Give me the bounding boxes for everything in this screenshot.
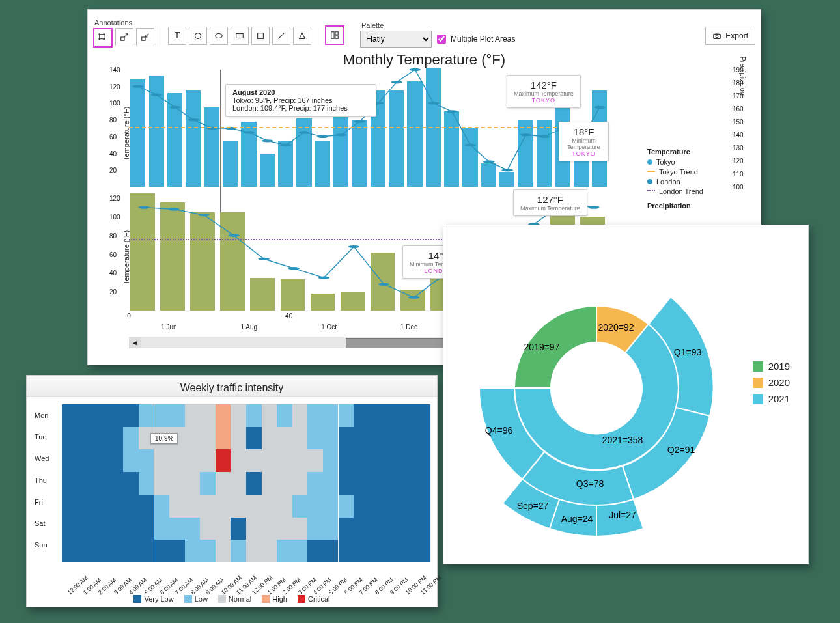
sunburst-panel: 2019=97 2020=92 2021=358 Q1=93 Q2=91 Q3=… [443, 225, 809, 564]
tool-arrow-out[interactable] [115, 28, 133, 46]
sunburst-legend: 2019 2020 2021 [753, 355, 790, 409]
svg-point-2 [104, 34, 105, 35]
svg-point-34 [465, 144, 477, 146]
tool-circle[interactable] [189, 27, 207, 45]
chart1-legend: Temperature Tokyo Tokyo Trend London Lon… [647, 141, 751, 212]
svg-point-46 [258, 258, 270, 260]
tool-text[interactable]: T [168, 27, 186, 45]
camera-icon [712, 31, 721, 40]
svg-text:2021=358: 2021=358 [602, 435, 643, 445]
heatmap-grid [62, 404, 430, 562]
svg-text:2020=92: 2020=92 [598, 322, 634, 333]
svg-point-1 [99, 34, 100, 35]
svg-point-28 [354, 120, 365, 123]
annotations-label: Annotations [93, 19, 154, 27]
svg-point-41 [594, 106, 606, 109]
svg-point-25 [298, 131, 310, 133]
svg-point-50 [378, 283, 390, 286]
svg-rect-10 [258, 33, 264, 39]
tool-square[interactable] [251, 27, 270, 45]
svg-rect-5 [121, 37, 124, 40]
tool-layout[interactable] [325, 25, 344, 45]
svg-text:Jul=27: Jul=27 [609, 510, 636, 520]
svg-point-45 [228, 234, 240, 237]
export-button[interactable]: Export [705, 27, 755, 45]
svg-point-49 [348, 245, 360, 248]
svg-point-17 [151, 93, 163, 96]
svg-rect-11 [331, 32, 334, 39]
svg-point-44 [198, 214, 210, 216]
tooltip-august: August 2020 Tokyo: 95°F, Precip: 167 inc… [225, 84, 376, 117]
tool-triangle[interactable] [293, 27, 311, 45]
svg-text:Q1=93: Q1=93 [674, 347, 702, 357]
svg-point-22 [243, 131, 255, 133]
svg-point-43 [168, 208, 180, 210]
callout-127: 127°F Maximum Temperature [513, 189, 587, 216]
callout-142: 142°F Maximum Temperature TOKYO [507, 75, 581, 108]
svg-point-31 [410, 68, 421, 71]
multi-plot-checkbox[interactable]: Multiple Plot Areas [434, 31, 515, 48]
svg-text:Q2=91: Q2=91 [667, 445, 695, 455]
heatmap-title: Weekly traffic intensity [27, 376, 437, 397]
tool-ellipse[interactable] [210, 27, 228, 45]
svg-point-32 [428, 102, 440, 104]
svg-point-35 [483, 160, 495, 163]
toolbar: Annotations T Palette Flatly [88, 10, 761, 48]
chart1-title: Monthly Temperature (°F) [88, 51, 761, 68]
svg-point-26 [317, 135, 329, 138]
svg-point-33 [446, 110, 458, 113]
svg-point-16 [132, 85, 144, 88]
svg-text:2019=97: 2019=97 [524, 342, 560, 352]
svg-point-58 [567, 358, 626, 418]
palette-select[interactable]: Flatly [360, 31, 432, 48]
svg-point-42 [138, 206, 150, 208]
svg-point-38 [539, 135, 550, 138]
svg-text:Q4=96: Q4=96 [485, 425, 513, 436]
svg-point-36 [501, 169, 513, 171]
svg-rect-9 [236, 34, 244, 38]
svg-point-24 [280, 144, 292, 146]
palette-label: Palette [360, 21, 515, 29]
plot-tokyo: Temperature (°F) 20406080100120140 10011… [129, 70, 609, 187]
svg-rect-6 [142, 37, 145, 40]
heatmap-tooltip: 10.9% [150, 433, 178, 444]
svg-point-51 [408, 296, 420, 299]
svg-point-37 [520, 133, 532, 136]
scroll-left[interactable]: ◄ [129, 337, 141, 348]
svg-point-7 [195, 33, 201, 39]
svg-rect-0 [100, 35, 104, 39]
tool-rect[interactable] [231, 27, 249, 45]
svg-point-4 [104, 38, 105, 40]
svg-rect-12 [335, 32, 338, 35]
svg-point-18 [169, 106, 181, 109]
multi-plot-check-input[interactable] [437, 35, 446, 44]
svg-text:Q3=78: Q3=78 [576, 478, 604, 489]
svg-point-15 [716, 35, 718, 38]
sunburst-chart: 2019=97 2020=92 2021=358 Q1=93 Q2=91 Q3=… [456, 238, 736, 551]
svg-text:Sep=27: Sep=27 [517, 501, 549, 511]
svg-point-48 [318, 276, 330, 279]
svg-point-19 [188, 118, 199, 121]
tool-line[interactable] [272, 27, 290, 45]
svg-point-27 [335, 133, 347, 136]
heatmap-panel: Weekly traffic intensity MonTueWedThuFri… [26, 375, 438, 607]
svg-rect-13 [335, 36, 338, 38]
callout-18: 18°F Minimum Temperature TOKYO [559, 122, 609, 161]
svg-point-23 [262, 139, 273, 142]
svg-point-8 [216, 34, 223, 38]
heatmap-legend: Very LowLowNormalHighCritical [27, 595, 437, 603]
svg-point-30 [391, 81, 402, 83]
svg-point-57 [588, 206, 600, 208]
svg-point-47 [288, 267, 300, 270]
svg-point-3 [99, 38, 100, 40]
tool-arrow-in[interactable] [136, 28, 154, 46]
svg-text:Aug=24: Aug=24 [561, 514, 593, 524]
tool-select[interactable] [93, 28, 113, 48]
